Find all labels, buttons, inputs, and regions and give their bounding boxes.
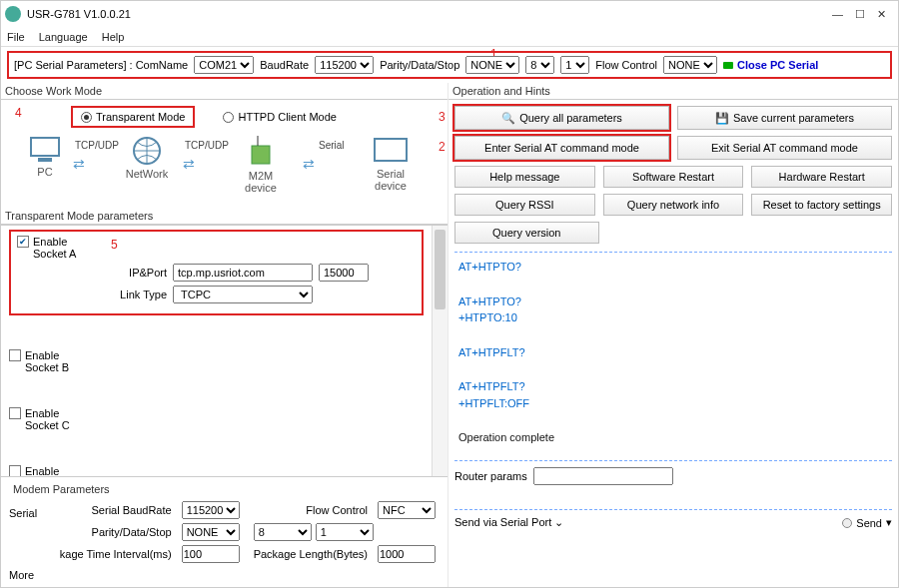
- maximize-button[interactable]: ☐: [855, 8, 865, 21]
- modem-header: Modem Parameters: [9, 481, 440, 497]
- modem-stop-select[interactable]: 1: [316, 523, 374, 541]
- enable-socket-d-checkbox[interactable]: Enable Socket D: [9, 465, 424, 476]
- more-checkbox[interactable]: More: [9, 569, 34, 581]
- modem-params-group: Modem Parameters Serial Serial BaudRate …: [1, 476, 448, 587]
- baudrate-select[interactable]: 115200: [315, 56, 374, 74]
- sw-restart-button[interactable]: Software Restart: [603, 166, 744, 188]
- ipport-label: IP&Port: [107, 267, 167, 279]
- radio-icon: [81, 112, 92, 123]
- flowcontrol-select[interactable]: NONE: [663, 56, 717, 74]
- flow-label: Flow Control: [595, 59, 657, 71]
- annotation-5: 5: [111, 238, 118, 252]
- search-icon: 🔍: [501, 112, 513, 124]
- send-via-label: Send via Serial Port: [454, 516, 551, 528]
- menu-file[interactable]: File: [7, 31, 25, 43]
- svg-rect-5: [375, 139, 407, 161]
- save-icon: 💾: [715, 112, 727, 124]
- router-params-input[interactable]: [533, 467, 673, 485]
- arrow-icon: ⇄: [183, 156, 195, 172]
- router-params-label: Router params: [454, 470, 527, 482]
- log-output: AT+HTPTO? AT+HTPTO? +HTPTO:10 AT+HTPFLT?…: [454, 252, 892, 461]
- parity-select[interactable]: NONE: [465, 56, 519, 74]
- topology-diagram: PC NetWork M2M device Serial device TCP/…: [7, 136, 442, 206]
- annotation-4: 4: [15, 106, 22, 120]
- hw-restart-button[interactable]: Hardware Restart: [751, 166, 892, 188]
- annotation-3: 3: [439, 110, 446, 124]
- transparent-mode-radio[interactable]: Transparent Mode: [71, 106, 195, 128]
- serial-params-label: [PC Serial Parameters] : ComName: [14, 59, 188, 71]
- modem-baud-select[interactable]: 115200: [182, 501, 240, 519]
- serial-label: Serial: [9, 501, 50, 563]
- exit-at-button[interactable]: Exit Serial AT command mode: [677, 136, 892, 160]
- plug-icon: [723, 62, 733, 69]
- svg-rect-3: [252, 146, 270, 164]
- operations-header: Operation and Hints: [449, 83, 898, 100]
- save-params-button[interactable]: 💾 Save current parameters: [677, 106, 892, 130]
- scrollbar[interactable]: [432, 226, 448, 476]
- reset-factory-button[interactable]: Reset to factory settings: [751, 194, 892, 216]
- modem-data-select[interactable]: 8: [254, 523, 312, 541]
- annotation-2: 2: [439, 140, 446, 154]
- titlebar: USR-G781 V1.0.0.21 — ☐ ✕: [1, 1, 898, 27]
- linktype-label: Link Type: [107, 289, 167, 300]
- ip-input[interactable]: [173, 264, 313, 282]
- tm-params-header: Transparent Mode parameters: [1, 208, 448, 225]
- interval-input[interactable]: [182, 545, 240, 563]
- enable-socket-a-checkbox[interactable]: ✔ Enable Socket A: [17, 236, 416, 260]
- modem-parity-select[interactable]: NONE: [182, 523, 240, 541]
- httpd-mode-radio[interactable]: HTTPD Client Mode: [215, 108, 344, 126]
- enter-at-button[interactable]: Enter Serial AT command mode: [454, 136, 669, 160]
- query-netinfo-button[interactable]: Query network info: [603, 194, 744, 216]
- workmode-header: Choose Work Mode: [1, 83, 448, 100]
- query-all-button[interactable]: 🔍 Query all parameters: [454, 106, 669, 130]
- stopbits-select[interactable]: 1: [560, 56, 589, 74]
- baudrate-label: BaudRate: [260, 59, 309, 71]
- comname-select[interactable]: COM21: [194, 56, 254, 74]
- app-icon: [5, 6, 21, 22]
- enable-socket-b-checkbox[interactable]: Enable Socket B: [9, 349, 424, 373]
- enable-socket-c-checkbox[interactable]: Enable Socket C: [9, 407, 424, 431]
- minimize-button[interactable]: —: [832, 8, 843, 21]
- arrow-icon: ⇄: [303, 156, 353, 172]
- window-title: USR-G781 V1.0.0.21: [27, 8, 832, 20]
- pkglen-input[interactable]: [378, 545, 436, 563]
- query-rssi-button[interactable]: Query RSSI: [454, 194, 595, 216]
- close-serial-button[interactable]: Close PC Serial: [723, 59, 818, 71]
- help-button[interactable]: Help message: [454, 166, 595, 188]
- serial-params-bar: [PC Serial Parameters] : ComName COM21 B…: [7, 51, 892, 79]
- linktype-select[interactable]: TCPC: [173, 286, 313, 303]
- radio-icon: [223, 112, 234, 123]
- close-button[interactable]: ✕: [877, 8, 886, 21]
- send-icon: [842, 518, 852, 528]
- chevron-down-icon[interactable]: ▾: [886, 516, 892, 529]
- arrow-icon: ⇄: [73, 156, 85, 172]
- pds-label: Parity/Data/Stop: [380, 59, 459, 71]
- menu-help[interactable]: Help: [102, 31, 125, 43]
- port-input[interactable]: [319, 264, 369, 282]
- svg-rect-0: [31, 138, 59, 156]
- send-button[interactable]: Send ▾: [842, 516, 892, 529]
- query-version-button[interactable]: Query version: [454, 222, 599, 244]
- databits-select[interactable]: 8: [525, 56, 554, 74]
- chevron-down-icon[interactable]: ⌄: [554, 516, 563, 528]
- socket-a-group: 5 ✔ Enable Socket A IP&Port Link Type TC…: [9, 230, 424, 315]
- svg-rect-1: [38, 158, 52, 162]
- menubar: File Language Help: [1, 27, 898, 47]
- menu-language[interactable]: Language: [39, 31, 88, 43]
- modem-flow-select[interactable]: NFC: [378, 501, 436, 519]
